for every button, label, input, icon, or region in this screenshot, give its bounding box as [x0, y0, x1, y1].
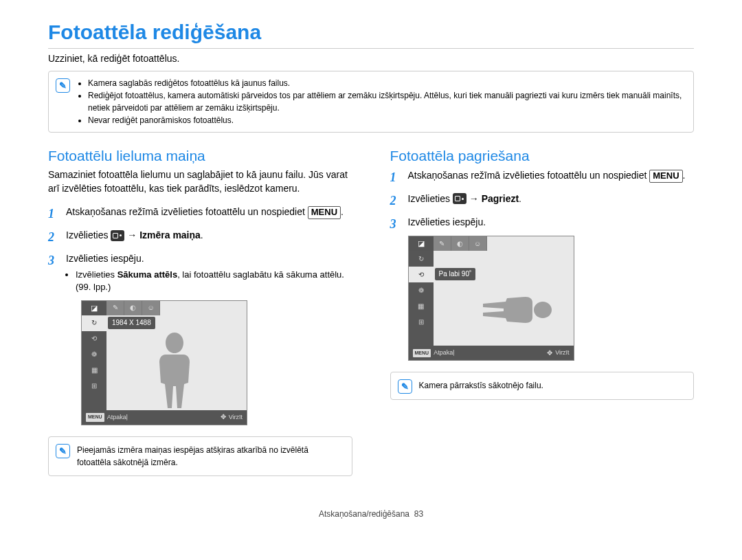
step-number: 3	[48, 251, 58, 429]
rotate-info-text: Kamera pārrakstīs sākotnējo failu.	[419, 379, 543, 392]
ss-tab-icon: ✎	[434, 236, 451, 251]
resize-title: Fotoattēlu lieluma maiņa	[48, 148, 352, 164]
ss-side-icon: ❁	[82, 347, 106, 363]
dpad-icon: ✥	[221, 412, 226, 423]
step-text: Atskaņošanas režīmā izvēlieties fotoattē…	[408, 170, 650, 181]
ss-side-icon: ⊞	[409, 314, 434, 330]
ss-back-label: Atpakaļ	[107, 413, 128, 422]
resize-desc: Samaziniet fotoattēla lielumu un saglabā…	[48, 168, 352, 195]
page-title: Fotoattēla rediģēšana	[48, 21, 694, 44]
step-text: Izvēlieties	[66, 229, 111, 240]
ss-side-icon: ▦	[409, 298, 434, 314]
intro-text: Uzziniet, kā rediģēt fotoattēlus.	[48, 53, 694, 64]
arrow-text: →	[127, 229, 139, 240]
left-column: Fotoattēlu lieluma maiņa Samaziniet foto…	[48, 148, 352, 491]
ss-tab-icon: ☺	[142, 301, 160, 315]
top-info-box: ✎ Kamera saglabās rediģētos fotoattēlus …	[48, 71, 694, 133]
menu-pill-icon: MENU	[86, 413, 104, 421]
rotate-step-1: 1 Atskaņošanas režīmā izvēlieties fotoat…	[390, 168, 695, 186]
footer-page: 83	[414, 509, 423, 519]
rotate-screenshot: ◪ ✎ ◐ ☺ ↻ ⟲ ❁ ▦ ⊞ Pa lab	[408, 236, 574, 361]
resize-step-2: 2 Izvēlieties → Izmēra maiņa.	[48, 228, 352, 246]
sub-bullet-item: Izvēlieties Sākuma attēls, lai fotoattēl…	[76, 269, 352, 293]
info-icon: ✎	[56, 444, 70, 458]
step-text: Izvēlieties iespēju.	[408, 216, 486, 227]
rotate-step-2: 2 Izvēlieties → Pagriezt.	[390, 192, 695, 210]
step-text: Izvēlieties	[408, 193, 453, 204]
step-text: Izvēlieties iespēju.	[66, 253, 144, 264]
resize-step-1: 1 Atskaņošanas režīmā izvēlieties fotoat…	[48, 205, 352, 223]
step-number: 2	[390, 192, 400, 210]
top-info-item: Nevar rediģēt panorāmiskos fotoattēlus.	[88, 114, 686, 126]
ss-side-icon: ⊞	[82, 379, 106, 394]
resize-step-3: 3 Izvēlieties iespēju. Izvēlieties Sākum…	[48, 251, 352, 429]
menu-button-label: MENU	[308, 206, 341, 219]
step-bold: Izmēra maiņa	[139, 229, 201, 240]
ss-tab-icon: ◐	[124, 301, 142, 315]
period: .	[201, 229, 203, 240]
person-lying-silhouette-icon	[450, 284, 556, 336]
ss-rotation-label: Pa labi 90˚	[435, 268, 476, 280]
menu-button-label: MENU	[649, 170, 682, 183]
ss-side-icon: ↻	[409, 251, 434, 267]
period: .	[683, 170, 686, 181]
ss-side-icon: ⟲	[82, 331, 106, 347]
dpad-icon: ✥	[547, 348, 552, 359]
edit-icon	[453, 193, 466, 204]
ss-side-icon: ▦	[82, 363, 106, 379]
ss-move-label: Virzīt	[555, 348, 569, 357]
ss-sidebar: ↻ ⟲ ❁ ▦ ⊞	[409, 251, 434, 346]
step-text: Atskaņošanas režīmā izvēlieties fotoattē…	[66, 206, 308, 217]
ss-tab-active: ◪	[409, 236, 434, 251]
top-info-item: Kamera saglabās rediģētos fotoattēlus kā…	[88, 77, 686, 89]
rotate-step-3: 3 Izvēlieties iespēju. ◪ ✎ ◐ ☺ ↻ ⟲	[390, 215, 695, 365]
ss-move-label: Virzīt	[229, 413, 243, 422]
footer-section: Atskaņošana/rediģēšana	[319, 509, 409, 519]
ss-tab-active: ◪	[82, 301, 106, 315]
ss-tab-icon: ◐	[451, 236, 469, 251]
period: .	[519, 193, 521, 204]
ss-back-label: Atpakaļ	[434, 348, 454, 357]
ss-side-icon: ❁	[409, 282, 434, 298]
resize-screenshot: ◪ ✎ ◐ ☺ ↻ ⟲ ❁ ▦ ⊞ 1984 X	[81, 300, 247, 425]
ss-bottom-bar: MENU Atpakaļ ✥ Virzīt	[409, 346, 574, 360]
period: .	[341, 206, 344, 217]
ss-tab-icon: ✎	[106, 301, 124, 315]
top-info-list: Kamera saglabās rediģētos fotoattēlus kā…	[77, 77, 686, 126]
step-number: 2	[48, 228, 58, 246]
top-info-item: Rediģējot fotoattēlus, kamera automātisk…	[88, 89, 686, 114]
title-divider	[48, 48, 694, 49]
menu-pill-icon: MENU	[413, 349, 431, 357]
resize-info-box: ✎ Pieejamās izmēra maiņas iespējas atšķi…	[48, 436, 352, 476]
footer: Atskaņošana/rediģēšana 83	[48, 509, 694, 519]
step-number: 1	[390, 168, 400, 186]
ss-tab-icon: ☺	[469, 236, 487, 251]
arrow-text: →	[469, 193, 482, 204]
rotate-info-box: ✎ Kamera pārrakstīs sākotnējo failu.	[390, 372, 695, 400]
ss-side-rotate-icon: ↻	[82, 315, 106, 331]
ss-tab-bar: ✎ ◐ ☺	[434, 236, 487, 251]
edit-icon	[111, 230, 124, 241]
person-silhouette-icon	[140, 333, 209, 412]
sub-bullet: Izvēlieties Sākuma attēls, lai fotoattēl…	[66, 269, 352, 293]
ss-tab-bar: ✎ ◐ ☺	[106, 301, 160, 315]
step-number: 1	[48, 205, 58, 223]
right-column: Fotoattēla pagriešana 1 Atskaņošanas rež…	[390, 148, 695, 491]
ss-bottom-bar: MENU Atpakaļ ✥ Virzīt	[82, 410, 247, 425]
rotate-title: Fotoattēla pagriešana	[390, 148, 695, 164]
ss-side-rotate-icon: ⟲	[409, 267, 434, 282]
step-number: 3	[390, 215, 400, 365]
step-bold: Pagriezt	[482, 193, 519, 204]
resize-info-text: Pieejamās izmēra maiņas iespējas atšķira…	[77, 444, 345, 469]
info-icon: ✎	[56, 78, 70, 93]
info-icon: ✎	[398, 379, 412, 394]
ss-resolution-label: 1984 X 1488	[108, 317, 155, 329]
ss-sidebar: ↻ ⟲ ❁ ▦ ⊞	[82, 315, 106, 410]
